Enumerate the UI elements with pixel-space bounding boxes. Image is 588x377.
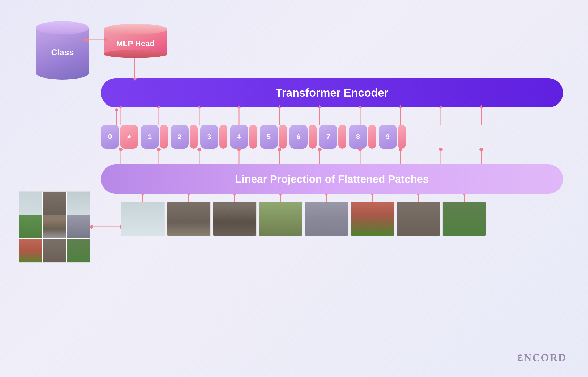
grid-cell-8: [43, 239, 66, 262]
token-2-pink: [190, 125, 198, 149]
token-pair-3: 3: [200, 125, 227, 149]
token-2: 2: [171, 125, 189, 149]
token-9: 9: [379, 125, 397, 149]
token-1-pink: [160, 125, 168, 149]
arrow-v-mlp-line: [134, 55, 135, 79]
mlp-cylinder: MLP Head: [104, 24, 167, 56]
transformer-encoder-label: Transformer Encoder: [276, 86, 389, 99]
token-pair-4: 4: [230, 125, 257, 149]
transformer-encoder-box: Transformer Encoder: [101, 78, 563, 107]
tokens-row: 0 ★ 1 2 3 4 5 6: [101, 125, 406, 149]
patch-4: [259, 202, 302, 236]
mlp-top-ellipse: [104, 24, 167, 34]
token-pair-9: 9: [379, 125, 406, 149]
class-label: Class: [51, 47, 74, 57]
svg-point-25: [439, 148, 443, 151]
token-3: 3: [200, 125, 218, 149]
patch-8: [442, 202, 486, 236]
svg-point-81: [90, 225, 93, 229]
token-3-pink: [219, 125, 227, 149]
mlp-bottom-ellipse: [104, 50, 167, 58]
token-6-pink: [309, 125, 317, 149]
patch-1: [121, 202, 165, 236]
grid-cell-3: [67, 192, 90, 215]
token-pair-0: 0 ★: [101, 125, 138, 149]
grid-cell-7: [19, 239, 42, 262]
grid-cell-2: [43, 192, 66, 215]
cylinder-top: [36, 21, 89, 34]
arrow-token-0-line: [116, 110, 117, 125]
mlp-container: MLP Head: [104, 24, 167, 56]
token-8: 8: [349, 125, 367, 149]
encord-logo: ɛNCORD: [517, 351, 567, 364]
token-5-pink: [279, 125, 287, 149]
token-pair-7: 7: [319, 125, 346, 149]
mlp-label: MLP Head: [116, 39, 155, 48]
cathedral-grid-image: [19, 191, 90, 263]
token-1: 1: [141, 125, 159, 149]
token-pair-5: 5: [260, 125, 287, 149]
token-7: 7: [319, 125, 337, 149]
token-pair-2: 2: [171, 125, 198, 149]
arrow-mlp-class-line: [88, 40, 105, 40]
grid-cell-5: [43, 215, 66, 239]
token-pair-1: 1: [141, 125, 168, 149]
arrow-token-0-head: [115, 108, 118, 111]
linear-projection-box: Linear Projection of Flattened Patches: [101, 164, 563, 194]
patches-row: [121, 202, 486, 236]
token-4: 4: [230, 125, 248, 149]
patch-6: [351, 202, 394, 236]
patch-2: [167, 202, 211, 236]
encord-logo-text: ɛNCORD: [517, 352, 567, 363]
token-pair-8: 8: [349, 125, 376, 149]
token-0: 0: [101, 125, 119, 149]
svg-point-28: [479, 148, 483, 151]
token-pair-6: 6: [289, 125, 317, 149]
token-6: 6: [289, 125, 308, 149]
token-8-pink: [368, 125, 376, 149]
token-7-pink: [338, 125, 346, 149]
grid-cell-1: [19, 192, 42, 215]
diagram: Class MLP Head Transformer Encoder 0 ★: [0, 0, 588, 377]
token-4-pink: [249, 125, 257, 149]
grid-cell-9: [67, 239, 90, 262]
grid-cell-4: [19, 215, 42, 239]
token-5: 5: [260, 125, 278, 149]
patch-7: [397, 202, 440, 236]
linear-projection-label: Linear Projection of Flattened Patches: [235, 173, 429, 185]
arrow-mlp-class-head: [86, 38, 89, 42]
patch-3: [213, 202, 257, 236]
token-star: ★: [120, 125, 138, 149]
class-cylinder: Class: [32, 21, 93, 88]
grid-cell-6: [67, 215, 90, 239]
patch-5: [305, 202, 348, 236]
token-9-pink: [398, 125, 406, 149]
